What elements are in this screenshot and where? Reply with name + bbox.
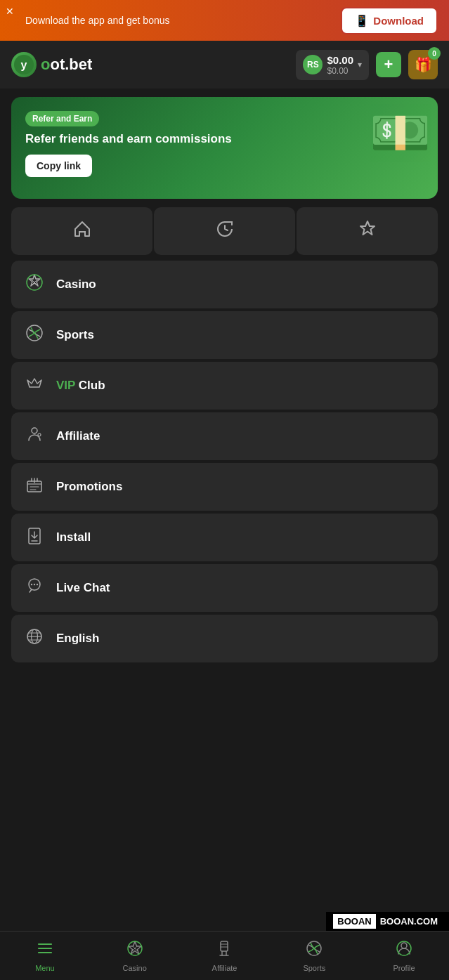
menu-item-livechat[interactable]: Live Chat (11, 564, 438, 612)
nav-label-affiliate: Affiliate (212, 964, 237, 972)
menu-item-install[interactable]: Install (11, 514, 438, 561)
refer-title: Refer friends and earn commissions (25, 132, 424, 146)
home-quick-btn[interactable] (11, 207, 152, 255)
quick-actions (11, 207, 438, 255)
casino-label: Casino (56, 277, 96, 292)
balance-main: $0.00 (327, 54, 353, 66)
header-right: RS $0.00 $0.00 ▾ + 🎁 0 (296, 50, 438, 80)
rs-badge: RS (303, 55, 323, 74)
phone-icon: 📱 (355, 14, 369, 27)
nav-item-affiliate[interactable]: Affiliate (180, 934, 270, 978)
install-icon (24, 526, 45, 549)
promotions-label: Promotions (56, 480, 122, 494)
balance-area[interactable]: RS $0.00 $0.00 ▾ (296, 50, 369, 80)
profile-nav-icon (396, 940, 412, 961)
menu-item-promotions[interactable]: Promotions (11, 463, 438, 511)
booan-black: BOOAN.COM (376, 914, 442, 929)
svg-rect-22 (221, 941, 228, 951)
logo-text: oot.bet (41, 55, 92, 74)
nav-label-profile: Profile (393, 964, 415, 972)
svg-text:y: y (21, 59, 27, 71)
vip-icon (24, 374, 45, 397)
svg-point-14 (37, 584, 38, 585)
svg-point-6 (32, 428, 37, 433)
nav-item-profile[interactable]: Profile (359, 934, 449, 978)
menu-nav-icon (37, 940, 53, 961)
chevron-down-icon: ▾ (358, 60, 362, 70)
install-label: Install (56, 530, 91, 544)
affiliate-nav-icon (216, 940, 233, 961)
sports-label: Sports (56, 328, 94, 342)
logo: y oot.bet (11, 52, 92, 77)
affiliate-label: Affiliate (56, 429, 100, 443)
casino-nav-icon (126, 940, 143, 961)
nav-label-casino: Casino (123, 964, 147, 972)
refer-tag: Refer and Earn (25, 111, 99, 126)
chest-icon: 🎁 (415, 56, 432, 73)
balance-sub: $0.00 (327, 66, 353, 76)
star-icon (358, 219, 377, 244)
livechat-label: Live Chat (56, 581, 110, 595)
home-icon (72, 219, 92, 244)
refer-illustration: 💵 (370, 104, 431, 162)
vip-label: VIP Club (56, 379, 105, 393)
banner-text: Download the app and get bonus (25, 15, 170, 26)
history-icon (215, 219, 235, 244)
nav-item-sports[interactable]: Sports (269, 934, 359, 978)
nav-label-menu: Menu (35, 964, 55, 972)
sports-nav-icon (306, 940, 323, 961)
nav-item-menu[interactable]: Menu (0, 934, 90, 978)
svg-point-12 (31, 584, 32, 585)
menu-list: Casino Sports VIP Club (11, 261, 438, 662)
chest-badge: 0 (428, 47, 441, 60)
add-balance-button[interactable]: + (376, 52, 401, 77)
english-label: English (56, 632, 99, 646)
menu-item-english[interactable]: English (11, 615, 438, 662)
history-quick-btn[interactable] (154, 207, 295, 255)
booan-white: BOOAN (333, 914, 375, 929)
menu-item-vip[interactable]: VIP Club (11, 362, 438, 410)
svg-point-25 (401, 943, 407, 948)
svg-point-13 (34, 584, 35, 585)
balance-amounts: $0.00 $0.00 (327, 54, 353, 76)
promotions-icon (24, 476, 45, 498)
livechat-icon (24, 577, 45, 599)
menu-item-affiliate[interactable]: Affiliate (11, 412, 438, 460)
menu-item-sports[interactable]: Sports (11, 311, 438, 359)
download-button[interactable]: 📱 Download (341, 7, 438, 34)
booan-watermark: BOOAN BOOAN.COM (326, 912, 449, 931)
sports-icon (24, 324, 45, 346)
header: y oot.bet RS $0.00 $0.00 ▾ + 🎁 0 (0, 41, 449, 89)
bottom-nav: Menu Casino Affiliate (0, 931, 449, 980)
affiliate-icon (24, 425, 45, 447)
casino-icon (24, 273, 45, 296)
nav-label-sports: Sports (303, 964, 325, 972)
chest-button[interactable]: 🎁 0 (408, 50, 438, 79)
logo-icon: y (11, 52, 37, 77)
english-icon (24, 627, 45, 650)
close-icon[interactable]: ✕ (6, 6, 14, 17)
favorites-quick-btn[interactable] (297, 207, 438, 255)
nav-item-casino[interactable]: Casino (90, 934, 180, 978)
svg-point-7 (38, 433, 41, 436)
copy-link-button[interactable]: Copy link (25, 155, 92, 177)
top-banner: ✕ Download the app and get bonus 📱 Downl… (0, 0, 449, 41)
refer-banner: Refer and Earn Refer friends and earn co… (11, 97, 438, 199)
menu-item-casino[interactable]: Casino (11, 261, 438, 308)
